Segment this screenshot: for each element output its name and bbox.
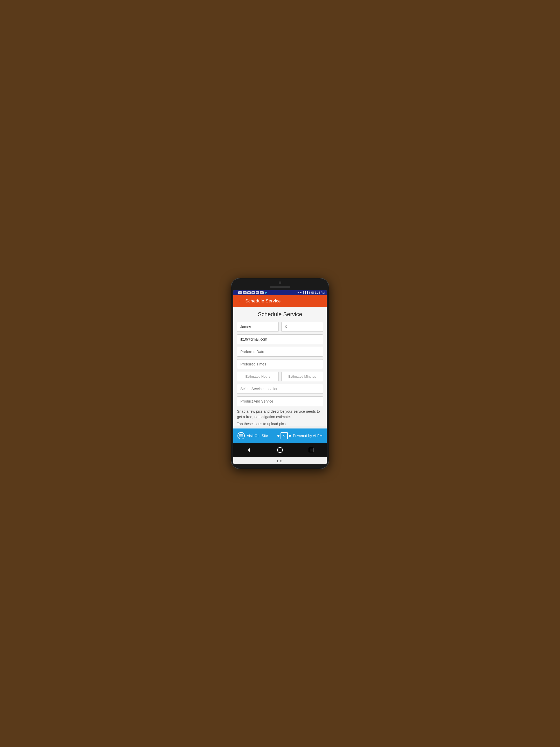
home-nav-button[interactable] [275, 446, 285, 454]
email-wrapper [237, 334, 323, 344]
estimated-row: Estimated Hours Estimated Minutes [237, 372, 323, 381]
svg-rect-0 [239, 434, 243, 435]
phone-device: ··· 31 31 M M in 31 🐦 ✦ ▾ ▐▐▐ 89% 3:14 P… [231, 278, 329, 469]
status-left-icons: ··· 31 31 M M in 31 🐦 [235, 291, 267, 294]
gmail-icon-2: M [251, 291, 255, 294]
back-nav-button[interactable] [244, 446, 254, 454]
last-name-field[interactable] [281, 322, 323, 332]
visit-site-label: Visit Our Site [247, 434, 268, 438]
service-location-wrapper [237, 384, 323, 394]
preferred-date-field[interactable] [237, 347, 323, 357]
description-text: Snap a few pics and describe your servic… [237, 409, 323, 420]
app-bar-title: Schedule Service [245, 299, 281, 304]
lg-logo: LG [233, 457, 327, 464]
status-bar: ··· 31 31 M M in 31 🐦 ✦ ▾ ▐▐▐ 89% 3:14 P… [233, 290, 327, 295]
calendar-icon-1: 31 [238, 291, 242, 294]
product-service-field[interactable] [237, 396, 323, 406]
estimated-hours-label: Estimated Hours [245, 375, 270, 379]
page-title: Schedule Service [237, 311, 323, 318]
name-row [237, 322, 323, 332]
svg-rect-2 [239, 437, 243, 437]
footer-visit-site[interactable]: Visit Our Site [238, 432, 268, 439]
calendar-icon-2: 31 [243, 291, 246, 294]
phone-screen: ··· 31 31 M M in 31 🐦 ✦ ▾ ▐▐▐ 89% 3:14 P… [233, 290, 327, 464]
signal-icon: ▐▐▐ [302, 291, 308, 294]
svg-rect-1 [239, 436, 243, 436]
gmail-icon-1: M [247, 291, 251, 294]
recents-nav-button[interactable] [306, 446, 316, 454]
estimated-hours-field[interactable]: Estimated Hours [237, 372, 279, 381]
battery-percentage: 89% 3:14 PM [309, 291, 325, 294]
nav-bar [233, 443, 327, 457]
twitter-icon: 🐦 [264, 291, 267, 294]
linkedin-icon: in [256, 291, 259, 294]
back-button[interactable]: ← [238, 298, 242, 304]
earpiece-speaker [270, 286, 290, 288]
powered-by-label: Powered by Ai-FM [293, 434, 322, 438]
first-name-field[interactable] [237, 322, 279, 332]
estimated-minutes-field[interactable]: Estimated Minutes [281, 372, 323, 381]
wifi-icon: ▾ [300, 291, 301, 294]
preferred-date-wrapper [237, 347, 323, 357]
preferred-times-field[interactable] [237, 359, 323, 369]
ai-fm-icon: Ai [281, 432, 288, 439]
calendar-icon-3: 31 [260, 291, 264, 294]
svg-marker-3 [248, 448, 250, 452]
upload-label: Tap these icons to upload pics [237, 422, 323, 426]
footer: Visit Our Site Ai Powered by Ai-FM [233, 429, 327, 443]
menu-icon [238, 432, 245, 439]
product-service-wrapper [237, 396, 323, 406]
email-field[interactable] [237, 334, 323, 344]
service-location-field[interactable] [237, 384, 323, 394]
bluetooth-icon: ✦ [297, 291, 299, 294]
front-camera [279, 281, 281, 284]
status-right: ✦ ▾ ▐▐▐ 89% 3:14 PM [297, 291, 325, 294]
preferred-times-wrapper [237, 359, 323, 369]
notification-icon-1: ··· [235, 291, 238, 294]
main-content: Schedule Service Estimated Hours [233, 307, 327, 426]
estimated-minutes-label: Estimated Minutes [288, 375, 316, 379]
app-bar: ← Schedule Service [233, 295, 327, 307]
footer-powered-by[interactable]: Ai Powered by Ai-FM [277, 432, 322, 439]
